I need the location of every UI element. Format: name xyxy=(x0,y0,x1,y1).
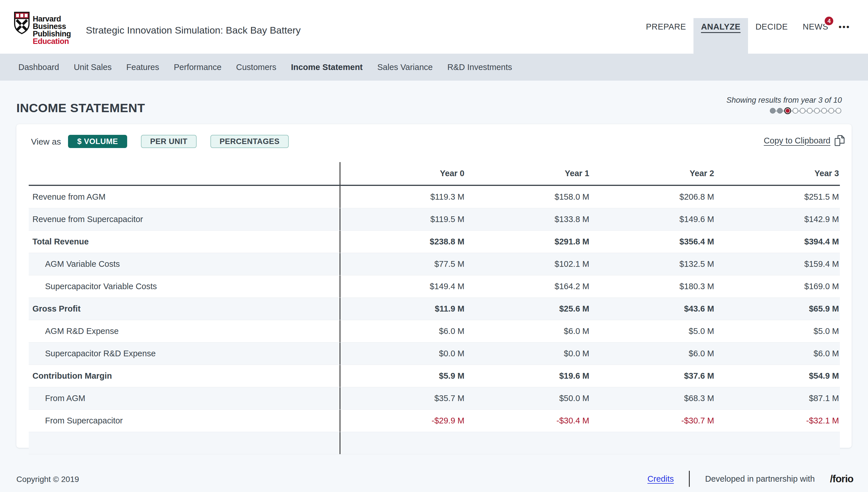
year-dot-1[interactable] xyxy=(770,108,776,114)
subnav-item-income-statement[interactable]: Income Statement xyxy=(291,63,363,72)
forio-logo: /forio xyxy=(830,473,853,485)
row-value: $169.0 M xyxy=(715,282,840,291)
results-note: Showing results from year 3 of 10 xyxy=(726,96,842,105)
row-value: $6.0 M xyxy=(590,349,715,358)
view-toggle-group: $ VOLUMEPER UNITPERCENTAGES xyxy=(68,135,289,148)
subnav-item-features[interactable]: Features xyxy=(126,63,159,72)
row-value: $11.9 M xyxy=(340,304,465,314)
copy-icon xyxy=(834,134,845,147)
row-label: Gross Profit xyxy=(29,298,340,320)
year-dot-2[interactable] xyxy=(777,108,783,114)
news-badge: 4 xyxy=(825,17,833,25)
subnav-item-performance[interactable]: Performance xyxy=(174,63,222,72)
app-title: Strategic Innovation Simulation: Back Ba… xyxy=(86,25,300,36)
credits-link[interactable]: Credits xyxy=(648,474,674,484)
table-row-gross-profit: Gross Profit$11.9 M$25.6 M$43.6 M$65.9 M xyxy=(29,298,840,320)
footer-right: Credits Developed in partnership with /f… xyxy=(648,470,853,488)
view-option-per-unit[interactable]: PER UNIT xyxy=(141,135,197,148)
table-row-from-supercapacitor: From Supercapacitor-$29.9 M-$30.4 M-$30.… xyxy=(29,410,840,432)
row-value: $238.8 M xyxy=(340,237,465,246)
row-value: $119.5 M xyxy=(340,215,465,224)
row-value: $394.4 M xyxy=(715,237,840,246)
row-value: $43.6 M xyxy=(590,304,715,314)
subnav-item-unit-sales[interactable]: Unit Sales xyxy=(74,63,112,72)
row-value: $19.6 M xyxy=(465,371,590,381)
row-value: $77.5 M xyxy=(340,259,465,269)
brand-line: Business xyxy=(33,23,71,30)
year-dot-5[interactable] xyxy=(800,108,805,114)
analyze-subnav: DashboardUnit SalesFeaturesPerformanceCu… xyxy=(0,54,868,81)
more-menu-button[interactable]: ••• xyxy=(836,0,853,54)
brand-education-line: Education xyxy=(33,38,71,45)
row-label: From Supercapacitor xyxy=(29,410,340,432)
app-header: Harvard Business Publishing Education St… xyxy=(0,0,868,54)
brand-line: Harvard xyxy=(33,15,71,23)
nav-item-label: ANALYZE xyxy=(701,22,741,31)
row-value: $356.4 M xyxy=(590,237,715,246)
row-value: $142.9 M xyxy=(715,215,840,224)
year-dot-3[interactable] xyxy=(784,107,791,114)
row-value: $6.0 M xyxy=(465,326,590,336)
hbp-shield-icon xyxy=(14,11,30,39)
nav-item-prepare[interactable]: PREPARE xyxy=(638,0,694,54)
row-value: $0.0 M xyxy=(340,349,465,358)
table-row-revenue-from-supercapacitor: Revenue from Supercapacitor$119.5 M$133.… xyxy=(29,208,840,231)
column-header-year-1: Year 1 xyxy=(465,169,590,178)
copy-to-clipboard-label: Copy to Clipboard xyxy=(764,136,830,145)
table-row-agm-variable-costs: AGM Variable Costs$77.5 M$102.1 M$132.5 … xyxy=(29,253,840,275)
subnav-item-r-d-investments[interactable]: R&D Investments xyxy=(447,63,512,72)
page-title: INCOME STATEMENT xyxy=(16,101,145,115)
year-dot-4[interactable] xyxy=(793,108,798,114)
row-value: $25.6 M xyxy=(465,304,590,314)
row-value: $291.8 M xyxy=(465,237,590,246)
copyright-text: Copyright © 2019 xyxy=(16,475,79,484)
row-value: $132.5 M xyxy=(590,259,715,269)
partnership-text: Developed in partnership with xyxy=(705,474,815,484)
income-statement-table: Year 0Year 1Year 2Year 3 Revenue from AG… xyxy=(29,162,840,454)
column-header-year-2: Year 2 xyxy=(590,169,715,178)
row-label xyxy=(29,432,340,454)
year-dot-7[interactable] xyxy=(814,108,820,114)
row-value: $102.1 M xyxy=(465,259,590,269)
row-value: $5.0 M xyxy=(715,326,840,336)
row-value: $50.0 M xyxy=(465,394,590,403)
row-value: $65.9 M xyxy=(715,304,840,314)
nav-item-news[interactable]: NEWS4 xyxy=(795,0,836,54)
row-value: $0.0 M xyxy=(465,349,590,358)
subnav-item-dashboard[interactable]: Dashboard xyxy=(18,63,59,72)
table-body: Revenue from AGM$119.3 M$158.0 M$206.8 M… xyxy=(29,186,840,454)
table-row-from-agm: From AGM$35.7 M$50.0 M$68.3 M$87.1 M xyxy=(29,387,840,410)
row-value: $133.8 M xyxy=(465,215,590,224)
table-header-row: Year 0Year 1Year 2Year 3 xyxy=(29,162,840,186)
year-dot-9[interactable] xyxy=(828,108,834,114)
row-value: -$30.7 M xyxy=(590,416,715,425)
brand-line: Publishing xyxy=(33,30,71,38)
row-value: $149.4 M xyxy=(340,282,465,291)
copy-to-clipboard-link[interactable]: Copy to Clipboard xyxy=(764,134,845,147)
income-statement-card: View as $ VOLUMEPER UNITPERCENTAGES Copy… xyxy=(16,124,852,448)
nav-item-label: NEWS xyxy=(802,22,828,31)
nav-item-analyze[interactable]: ANALYZE xyxy=(694,0,748,54)
row-value: $6.0 M xyxy=(340,326,465,336)
row-value: $251.5 M xyxy=(715,192,840,202)
nav-item-decide[interactable]: DECIDE xyxy=(748,0,795,54)
year-dot-10[interactable] xyxy=(836,108,841,114)
table-row-agm-r-d-expense: AGM R&D Expense$6.0 M$6.0 M$5.0 M$5.0 M xyxy=(29,320,840,343)
view-option--volume[interactable]: $ VOLUME xyxy=(68,135,127,148)
year-dot-6[interactable] xyxy=(807,108,813,114)
hbp-logo-text: Harvard Business Publishing Education xyxy=(33,11,71,45)
subnav-item-sales-variance[interactable]: Sales Variance xyxy=(378,63,433,72)
row-value: $158.0 M xyxy=(465,192,590,202)
year-progress-dots xyxy=(770,107,841,114)
view-as-label: View as xyxy=(31,137,61,147)
row-value: $164.2 M xyxy=(465,282,590,291)
row-value: $5.9 M xyxy=(340,371,465,381)
view-option-percentages[interactable]: PERCENTAGES xyxy=(210,135,289,148)
row-label: Revenue from AGM xyxy=(29,186,340,208)
hbp-logo: Harvard Business Publishing Education xyxy=(14,11,71,45)
row-value: $119.3 M xyxy=(340,192,465,202)
year-dot-8[interactable] xyxy=(821,108,827,114)
subnav-item-customers[interactable]: Customers xyxy=(236,63,276,72)
row-value: $206.8 M xyxy=(590,192,715,202)
table-row-revenue-from-agm: Revenue from AGM$119.3 M$158.0 M$206.8 M… xyxy=(29,186,840,208)
